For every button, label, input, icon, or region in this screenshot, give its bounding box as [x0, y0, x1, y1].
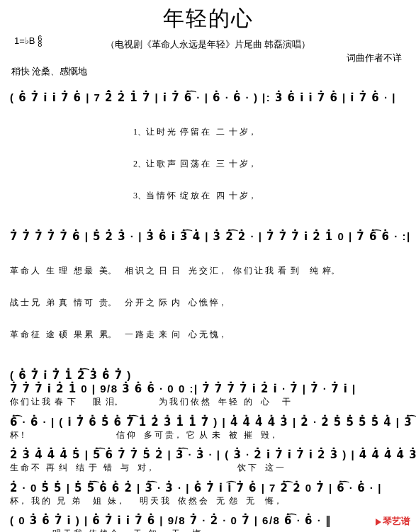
lyric: 杯， 我 的 兄 弟 姐 妹， 明 天 我 依 然 会 无 怨 无 悔， [10, 496, 406, 507]
notation: 2̇ · 0 5̇ 5̇ | 5̇ 5̇͡ 6̇ 6̇ 2̇ | 3̇͡ · 3… [10, 478, 406, 497]
notation: 2̇ 3̇ 4̇ 4̇ 4̇ 5̇ | 5̇͡ 6̇ 7̇ 7̇ 5̇ 2̇ |… [10, 445, 406, 464]
lyric: 生 命 不 再 纠 结 于 错 与 对， 饮 下 这 一 [10, 463, 406, 474]
notation: 7̇ 7̇ 7̇ 7̇ 7̇ 6̇ | 5̇ 2̇ 3̇ · | 3̇ 6̇ i… [10, 227, 406, 246]
notation: 7̇ 7̇ 7̇ i̇ 2̇ 1̇ 0 | 9/8 3̇ 6̇ 6̇ · 0 0… [10, 379, 406, 398]
lyric: 明 天 我 依 然 会 无 怨 无 悔。 [10, 528, 406, 532]
time-signature: 68 [38, 36, 42, 47]
lyrics-verse: 革 命 人 生 理 想 最 美。 相 识 之 日 日 光 交 汇， 你 们 让 … [10, 244, 406, 361]
score-body: ( 6̇ 7̇ i̇ i̇ 7̇ 6̇ | 7 2̇̂ 2̇ 1̇ 7̇ | i… [10, 88, 406, 532]
lyric-v1: 革 命 人 生 理 想 最 美。 相 识 之 日 日 光 交 汇， 你 们 让 … [10, 266, 406, 276]
credit: 词曲作者不详 [10, 52, 406, 64]
site-watermark: 琴艺谱 [376, 515, 410, 528]
logo-icon [376, 519, 381, 526]
score-line-4: 6̇͡ · 6̇ · | ( i̇ 7̇ 6̇ 5̇ 6̇ 7̇͡ 1̇ 2̇ … [10, 412, 406, 441]
score-line-7: ( 0 3̇ 6̇ 7̇ i̇ ) | 6̇ 7̇ i̇ i̇ 7̇ 6̇ | … [10, 511, 406, 532]
lyric-v3: 革 命 征 途 硕 果 累 累。 一 路 走 来 问 心 无 愧， [10, 329, 406, 340]
page: 年轻的心 1=♭B 68 （电视剧《革命人永远是年轻》片尾曲 韩磊演唱） 词曲作… [0, 0, 416, 532]
lyric-v2: 2、让 歌 声 回 荡 在 三 十 岁， [10, 159, 406, 169]
score-line-5: 2̇ 3̇ 4̇ 4̇ 4̇ 5̇ | 5̇͡ 6̇ 7̇ 7̇ 5̇ 2̇ |… [10, 445, 406, 474]
notation: ( 0 3̇ 6̇ 7̇ i̇ ) | 6̇ 7̇ i̇ i̇ 7̇ 6̇ | … [10, 511, 406, 530]
score-line-3: ( 6̇ 7̇ i̇ 7̇ 1̇ 2̇͡ 3̇ 6̇ 7̇ ) 7̇ 7̇ 7̇… [10, 366, 406, 408]
lyrics-verse: 1、让 时 光 停 留 在 二 十 岁， 2、让 歌 声 回 荡 在 三 十 岁… [10, 106, 406, 222]
lyric: 杯！ 信 仰 多 可 贵， 它 从 未 被 摧 毁， [10, 430, 406, 441]
lyric-v2: 战 士 兄 弟 真 情 可 贵。 分 开 之 际 内 心 憔 悴， [10, 298, 406, 308]
notation: ( 6̇ 7̇ i̇ i̇ 7̇ 6̇ | 7 2̇̂ 2̇ 1̇ 7̇ | i… [10, 88, 406, 107]
key-signature: 1=♭B 68 [14, 35, 42, 47]
subtitle: （电视剧《革命人永远是年轻》片尾曲 韩磊演唱） [10, 39, 406, 51]
score-line-1: ( 6̇ 7̇ i̇ i̇ 7̇ 6̇ | 7 2̇̂ 2̇ 1̇ 7̇ | i… [10, 88, 406, 222]
lyric-v3: 3、当 情 怀 绽 放 在 四 十 岁， [10, 191, 406, 201]
score-line-6: 2̇ · 0 5̇ 5̇ | 5̇ 5̇͡ 6̇ 6̇ 2̇ | 3̇͡ · 3… [10, 478, 406, 507]
score-line-2: 7̇ 7̇ 7̇ 7̇ 7̇ 6̇ | 5̇ 2̇ 3̇ · | 3̇ 6̇ i… [10, 227, 406, 361]
notation: 6̇͡ · 6̇ · | ( i̇ 7̇ 6̇ 5̇ 6̇ 7̇͡ 1̇ 2̇ … [10, 412, 406, 431]
tempo-marking: 稍快 沧桑、感慨地 [11, 66, 406, 78]
title: 年轻的心 [10, 4, 406, 33]
lyric: 你 们 让 我 春 下 眼 泪。 为 我 们 依 然 年 轻 的 心 干 [10, 397, 406, 408]
key-text: 1=♭B [14, 35, 35, 46]
watermark-text: 琴艺谱 [383, 516, 410, 526]
lyric-v1: 1、让 时 光 停 留 在 二 十 岁， [10, 127, 406, 137]
